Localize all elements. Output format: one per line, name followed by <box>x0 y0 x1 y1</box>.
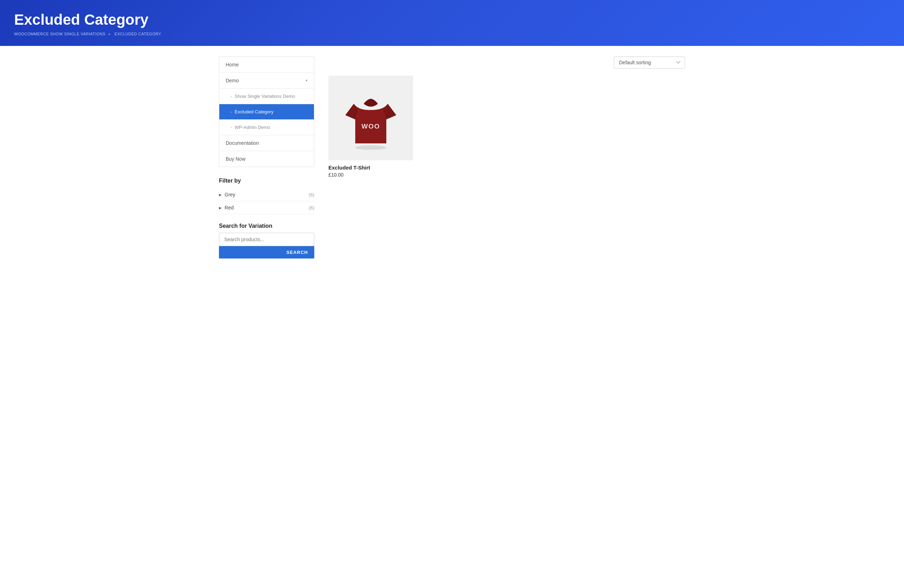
search-section: Search for Variation SEARCH <box>219 223 314 259</box>
search-input[interactable] <box>219 233 314 246</box>
breadcrumb: WOOCOMMERCE SHOW SINGLE VARIATIONS » Exc… <box>14 32 890 36</box>
product-image-tshirt: WOO <box>343 86 399 150</box>
breadcrumb-current: Excluded Category <box>114 32 161 36</box>
nav-item-buy-now[interactable]: Buy Now <box>219 151 314 167</box>
content-toolbar: Default sorting Sort by popularity Sort … <box>329 57 685 68</box>
sidebar-nav: Home Demo ▾ - Show Single Variations Dem… <box>219 57 314 167</box>
product-price: £10.00 <box>329 172 413 178</box>
page-header: Excluded Category WOOCOMMERCE SHOW SINGL… <box>0 0 904 46</box>
content-area: Default sorting Sort by popularity Sort … <box>329 57 685 259</box>
search-section-title: Search for Variation <box>219 223 314 229</box>
sort-select[interactable]: Default sorting Sort by popularity Sort … <box>614 57 685 68</box>
product-image-wrap: WOO <box>329 76 413 160</box>
search-button[interactable]: SEARCH <box>219 246 314 259</box>
nav-item-demo[interactable]: Demo ▾ <box>219 73 314 89</box>
sidebar: Home Demo ▾ - Show Single Variations Dem… <box>219 57 314 259</box>
filter-section: Filter by ▶ Grey (6) ▶ Red (6) <box>219 178 314 214</box>
breadcrumb-link-1[interactable]: WOOCOMMERCE SHOW SINGLE VARIATIONS <box>14 32 106 36</box>
filter-arrow-red-icon: ▶ <box>219 206 222 210</box>
nav-item-excluded-category[interactable]: - Excluded Category <box>219 104 314 120</box>
svg-text:WOO: WOO <box>362 123 380 130</box>
product-name: Excluded T-Shirt <box>329 164 413 171</box>
product-grid: WOO Excluded T-Shirt £10.00 <box>329 76 685 178</box>
nav-item-wp-admin-demo[interactable]: - WP-Admin Demo <box>219 120 314 135</box>
page-title: Excluded Category <box>14 11 890 28</box>
nav-item-home[interactable]: Home <box>219 57 314 73</box>
nav-item-documentation[interactable]: Documentation <box>219 135 314 151</box>
filter-item-grey[interactable]: ▶ Grey (6) <box>219 188 314 201</box>
product-card-excluded-tshirt[interactable]: WOO Excluded T-Shirt £10.00 <box>329 76 413 178</box>
chevron-down-icon: ▾ <box>305 78 308 83</box>
nav-item-show-single-variations-demo[interactable]: - Show Single Variations Demo <box>219 89 314 104</box>
filter-arrow-grey-icon: ▶ <box>219 193 222 197</box>
main-layout: Home Demo ▾ - Show Single Variations Dem… <box>205 46 699 269</box>
filter-item-red[interactable]: ▶ Red (6) <box>219 201 314 214</box>
breadcrumb-separator: » <box>108 32 112 36</box>
svg-point-0 <box>355 145 386 150</box>
search-form: SEARCH <box>219 233 314 259</box>
filter-section-title: Filter by <box>219 178 314 184</box>
